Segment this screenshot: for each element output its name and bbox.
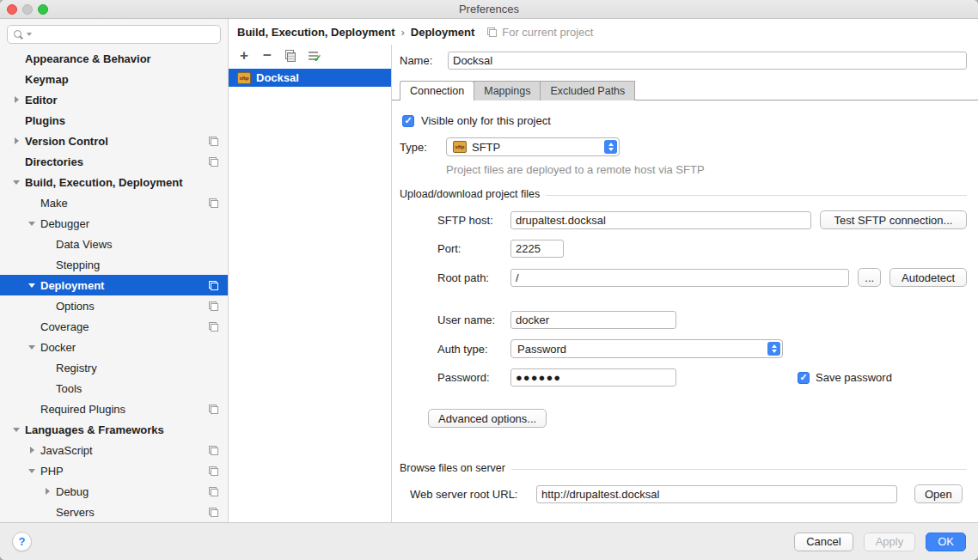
tab-bar: Connection Mappings Excluded Paths (392, 80, 978, 100)
chevron-right-icon[interactable] (10, 137, 22, 144)
auth-type-select[interactable]: Password (510, 339, 783, 358)
sidebar-item-label: Languages & Frameworks (25, 423, 164, 436)
chevron-down-icon[interactable] (10, 428, 22, 432)
sidebar-item-label: Debug (56, 485, 89, 498)
save-password-checkbox[interactable]: ✓ (798, 372, 810, 384)
apply-button[interactable]: Apply (864, 533, 916, 551)
open-url-button[interactable]: Open (914, 484, 963, 503)
sidebar-item-label: Deployment (40, 279, 104, 292)
type-hint: Project files are deployed to a remote h… (446, 163, 967, 176)
chevron-down-icon[interactable] (26, 469, 38, 473)
search-input[interactable] (32, 28, 215, 41)
sidebar-item-servers[interactable]: Servers (0, 502, 228, 522)
sidebar-item-label: Tools (56, 382, 82, 395)
chevron-right-icon[interactable] (41, 488, 53, 495)
breadcrumb: Build, Execution, Deployment › Deploymen… (229, 19, 978, 45)
name-input[interactable] (448, 52, 967, 70)
chevron-down-icon[interactable] (26, 222, 38, 226)
chevron-right-icon[interactable] (26, 447, 38, 453)
sidebar-item-label: Servers (56, 506, 95, 519)
settings-search-box[interactable] (7, 25, 221, 44)
sidebar-item-label: Docker (40, 341, 76, 354)
remove-server-button[interactable] (259, 47, 276, 64)
breadcrumb-page[interactable]: Deployment (411, 26, 474, 39)
checklist-check-icon (308, 50, 321, 62)
use-as-default-button[interactable] (305, 47, 322, 64)
sidebar-item-options[interactable]: Options (0, 295, 228, 316)
settings-tree: Appearance & Behavior Keymap Editor Plug… (0, 48, 228, 522)
cancel-button[interactable]: Cancel (794, 533, 853, 551)
per-project-icon (208, 156, 219, 167)
sidebar-item-label: JavaScript (40, 444, 93, 457)
sidebar-item-data-views[interactable]: Data Views (0, 234, 228, 254)
sidebar-item-required-plugins[interactable]: Required Plugins (0, 399, 228, 419)
tab-connection[interactable]: Connection (400, 81, 474, 100)
sidebar-item-appearance-behavior[interactable]: Appearance & Behavior (0, 48, 228, 69)
per-project-icon (208, 486, 219, 497)
sidebar-item-plugins[interactable]: Plugins (0, 110, 228, 131)
sidebar-item-build-execution-deployment[interactable]: Build, Execution, Deployment (0, 172, 228, 192)
autodetect-button[interactable]: Autodetect (889, 268, 967, 287)
user-name-label: User name: (437, 313, 510, 326)
sidebar-item-label: Data Views (56, 238, 113, 251)
sftp-file-icon: sftp (237, 72, 251, 84)
sidebar-item-coverage[interactable]: Coverage (0, 316, 228, 337)
sidebar-item-version-control[interactable]: Version Control (0, 131, 228, 151)
sidebar-item-javascript[interactable]: JavaScript (0, 440, 228, 460)
title-bar: Preferences (0, 0, 978, 19)
root-path-input[interactable] (510, 269, 849, 287)
chevron-down-icon[interactable] (26, 283, 38, 288)
sidebar-item-editor[interactable]: Editor (0, 89, 228, 110)
sftp-host-input[interactable] (510, 211, 811, 229)
user-name-input[interactable] (510, 311, 676, 329)
chevron-down-icon[interactable] (26, 345, 38, 350)
web-root-label: Web server root URL: (410, 488, 536, 501)
server-list-panel: sftp Docksal (229, 45, 392, 522)
sidebar-item-deployment-selected[interactable]: Deployment (0, 275, 228, 295)
web-root-input[interactable] (536, 485, 897, 503)
server-list-item-docksal[interactable]: sftp Docksal (229, 69, 391, 87)
sidebar-item-languages-frameworks[interactable]: Languages & Frameworks (0, 419, 228, 440)
save-password-label: Save password (816, 371, 892, 384)
sidebar-item-keymap[interactable]: Keymap (0, 69, 228, 89)
advanced-options-button[interactable]: Advanced options... (428, 409, 547, 428)
sidebar-item-php[interactable]: PHP (0, 460, 228, 481)
sidebar-item-tools[interactable]: Tools (0, 378, 228, 399)
sidebar-item-stepping[interactable]: Stepping (0, 254, 228, 275)
select-stepper-icon[interactable] (604, 140, 617, 154)
port-label: Port: (437, 242, 510, 255)
sidebar-item-registry[interactable]: Registry (0, 357, 228, 378)
auth-type-value: Password (517, 343, 566, 356)
visible-only-checkbox[interactable]: ✓ (402, 115, 414, 127)
per-project-icon (208, 280, 219, 291)
type-select[interactable]: sftp SFTP (446, 137, 620, 156)
password-input[interactable] (510, 368, 676, 387)
select-stepper-icon[interactable] (767, 342, 780, 356)
scope-label: For current project (502, 26, 593, 39)
sidebar-item-label: Make (40, 197, 68, 210)
tab-mappings[interactable]: Mappings (474, 81, 541, 100)
sidebar-item-docker[interactable]: Docker (0, 337, 228, 357)
ok-button[interactable]: OK (926, 533, 966, 551)
sidebar-item-debug[interactable]: Debug (0, 481, 228, 502)
help-button[interactable]: ? (12, 532, 32, 551)
sidebar-item-label: PHP (40, 465, 64, 478)
browse-section-title: Browse files on server (400, 462, 505, 474)
name-label: Name: (400, 54, 448, 67)
sidebar-item-debugger[interactable]: Debugger (0, 213, 228, 234)
server-list-toolbar (229, 45, 391, 67)
sidebar-item-make[interactable]: Make (0, 192, 228, 213)
chevron-right-icon[interactable] (10, 96, 22, 103)
tab-excluded-paths[interactable]: Excluded Paths (540, 81, 635, 100)
test-sftp-connection-button[interactable]: Test SFTP connection... (820, 210, 967, 229)
add-server-button[interactable] (235, 47, 253, 64)
port-input[interactable] (510, 240, 564, 258)
copy-server-button[interactable] (282, 47, 299, 64)
window-title: Preferences (0, 3, 978, 15)
sidebar-item-label: Required Plugins (40, 403, 125, 416)
sidebar-item-directories[interactable]: Directories (0, 151, 228, 172)
breadcrumb-category[interactable]: Build, Execution, Deployment (237, 26, 394, 39)
breadcrumb-separator: › (400, 26, 404, 39)
chevron-down-icon[interactable] (10, 180, 22, 185)
browse-root-path-button[interactable]: ... (858, 268, 881, 287)
